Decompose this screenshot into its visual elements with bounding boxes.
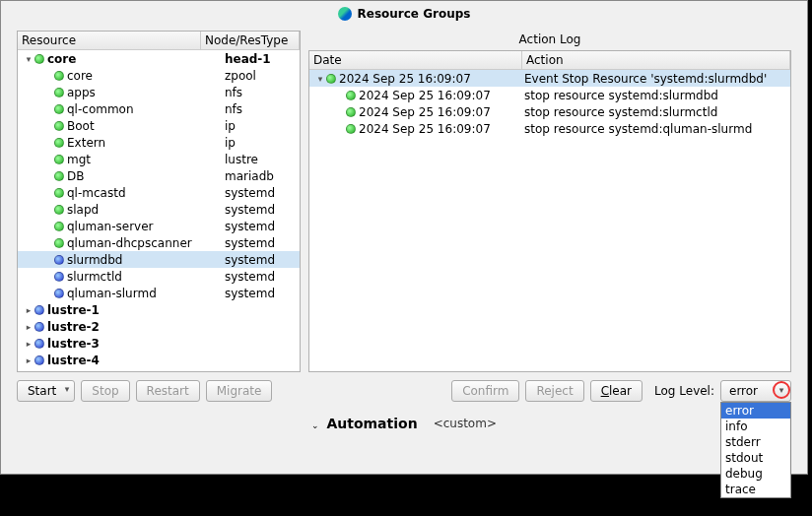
resource-node: systemd [225,186,275,200]
resource-node: head-1 [225,52,271,66]
resource-node: nfs [225,102,242,116]
start-button[interactable]: Start [17,380,75,402]
status-dot-icon [54,255,64,265]
action-log[interactable]: Date Action ▾2024 Sep 25 16:09:07Event S… [308,50,791,372]
expand-arrow-icon[interactable]: ▸ [24,339,34,349]
tree-row[interactable]: ql-commonnfs [18,100,300,117]
tree-row[interactable]: ▸lustre-3 [18,335,300,352]
resource-node: nfs [225,86,242,99]
tree-row[interactable]: appsnfs [18,84,300,100]
status-dot-icon [54,222,64,231]
resource-node: ip [225,136,236,150]
tree-row[interactable]: corezpool [18,67,300,84]
expand-arrow-icon[interactable]: ▾ [24,54,34,64]
status-dot-icon [34,339,44,349]
tree-row[interactable]: qluman-slurmdsystemd [18,285,300,301]
log-level-option[interactable]: stdout [721,450,790,466]
resource-name: DB [67,169,84,183]
resource-name: lustre-2 [47,320,100,334]
tree-row[interactable]: mgtlustre [18,151,300,167]
tree-row[interactable]: DBmariadb [18,167,300,184]
log-level-dropdown[interactable]: errorinfostderrstdoutdebugtrace [720,402,791,498]
log-row[interactable]: 2024 Sep 25 16:09:07stop resource system… [309,87,790,103]
tree-row[interactable]: slapdsystemd [18,201,300,218]
log-date: 2024 Sep 25 16:09:07 [359,89,491,102]
resource-name: slurmdbd [67,253,122,267]
log-row[interactable]: ▾2024 Sep 25 16:09:07Event Stop Resource… [309,70,790,87]
resource-node: systemd [225,236,275,250]
tree-row[interactable]: ql-mcastdsystemd [18,184,300,201]
tree-row[interactable]: ▸lustre-2 [18,318,300,335]
log-action: stop resource systemd:slurmctld [524,105,717,119]
stop-button[interactable]: Stop [81,380,129,402]
status-dot-icon [54,238,64,248]
reject-button[interactable]: Reject [525,380,583,402]
tree-row[interactable]: ▾corehead-1 [18,50,300,67]
expand-arrow-icon[interactable]: ▸ [24,355,34,365]
chevron-down-icon[interactable]: ▾ [773,381,790,399]
log-level-option[interactable]: info [721,419,790,434]
col-resource[interactable]: Resource [18,32,201,49]
clear-button[interactable]: Clear [590,380,643,402]
resource-node: systemd [225,220,275,233]
log-action: stop resource systemd:slurmdbd [524,89,718,102]
confirm-button[interactable]: Confirm [451,380,519,402]
status-dot-icon [346,124,356,134]
resource-node: systemd [225,203,275,217]
resource-name: lustre-4 [47,354,100,367]
resource-node: lustre [225,153,258,166]
resource-node: systemd [225,253,275,267]
resource-name: core [67,69,93,83]
col-date[interactable]: Date [309,51,522,69]
tree-row[interactable]: Bootip [18,117,300,134]
tree-row[interactable]: ▸lustre-4 [18,352,300,368]
resource-node: zpool [225,69,256,83]
status-dot-icon [54,138,64,148]
tree-row[interactable]: qluman-dhcpscannersystemd [18,234,300,251]
log-level-option[interactable]: stderr [721,434,790,450]
tree-row[interactable]: qluman-serversystemd [18,218,300,234]
page-title: Resource Groups [358,7,471,21]
resource-name: qluman-slurmd [67,287,157,300]
log-header: Date Action [309,51,790,70]
resource-name: ql-mcastd [67,186,126,200]
automation-toggle[interactable]: ⌄ Automation [311,416,418,431]
status-dot-icon [54,121,64,131]
expand-arrow-icon[interactable]: ▾ [315,74,325,84]
log-row[interactable]: 2024 Sep 25 16:09:07stop resource system… [309,103,790,120]
log-level-option[interactable]: debug [721,466,790,482]
migrate-button[interactable]: Migrate [206,380,273,402]
expand-arrow-icon[interactable]: ▸ [24,305,34,315]
status-dot-icon [346,91,356,100]
log-date: 2024 Sep 25 16:09:07 [339,72,471,86]
status-dot-icon [34,355,44,365]
resource-name: qluman-server [67,220,154,233]
resource-node: systemd [225,287,275,300]
resource-node: ip [225,119,236,133]
status-dot-icon [54,88,64,97]
tree-row[interactable]: slurmdbdsystemd [18,251,300,268]
col-node[interactable]: Node/ResType [201,32,300,49]
status-dot-icon [54,272,64,282]
resource-name: lustre-1 [47,303,100,317]
status-dot-icon [34,322,44,332]
tree-row[interactable]: ▸lustre-1 [18,301,300,318]
status-dot-icon [54,205,64,215]
resource-name: ql-common [67,102,134,116]
status-dot-icon [54,71,64,81]
tree-row[interactable]: slurmctldsystemd [18,268,300,285]
status-dot-icon [326,74,336,84]
log-date: 2024 Sep 25 16:09:07 [359,122,491,136]
tree-row[interactable]: Externip [18,134,300,151]
restart-button[interactable]: Restart [136,380,200,402]
status-dot-icon [54,289,64,298]
resource-name: lustre-3 [47,337,100,351]
status-dot-icon [54,155,64,164]
col-action[interactable]: Action [522,51,790,69]
resource-tree[interactable]: Resource Node/ResType ▾corehead-1corezpo… [17,31,301,372]
log-row[interactable]: 2024 Sep 25 16:09:07stop resource system… [309,120,790,137]
action-log-title: Action Log [308,31,791,50]
log-level-option[interactable]: error [721,403,790,419]
expand-arrow-icon[interactable]: ▸ [24,322,34,332]
log-level-option[interactable]: trace [721,482,790,497]
